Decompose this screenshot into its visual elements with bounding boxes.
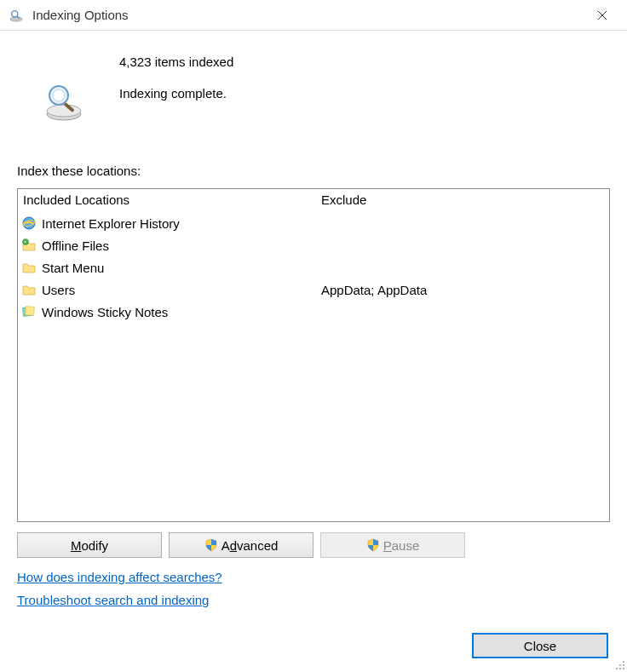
exclude-value (319, 301, 609, 323)
svg-point-15 (623, 661, 624, 663)
svg-point-18 (616, 668, 618, 669)
button-label: Modify (71, 538, 108, 553)
exclude-header: Exclude (319, 191, 609, 212)
sticky-notes-icon (21, 304, 37, 319)
included-locations-header: Included Locations (21, 191, 316, 212)
window-title: Indexing Options (32, 8, 583, 22)
exclude-value (319, 212, 609, 234)
svg-point-8 (53, 89, 65, 101)
uac-shield-icon (204, 538, 218, 552)
row-label: Offline Files (42, 238, 109, 253)
folder-icon (21, 260, 37, 275)
indexing-options-icon (9, 8, 24, 23)
folder-icon (21, 282, 37, 297)
table-row[interactable]: Start Menu (21, 256, 316, 279)
row-label: Windows Sticky Notes (42, 305, 168, 319)
table-row[interactable]: Offline Files (21, 234, 316, 256)
row-label: Users (42, 283, 75, 297)
table-row[interactable]: Internet Explorer History (21, 212, 316, 234)
exclude-value (319, 256, 609, 279)
row-label: Internet Explorer History (42, 216, 180, 231)
svg-point-6 (47, 105, 81, 117)
status-icon-column (43, 55, 119, 123)
svg-point-19 (619, 668, 621, 669)
indexing-status-label: Indexing complete. (119, 86, 233, 101)
troubleshoot-link[interactable]: Troubleshoot search and indexing (17, 593, 610, 607)
included-locations-column: Included Locations Internet Explorer His… (18, 189, 316, 521)
advanced-button[interactable]: Advanced (169, 532, 314, 558)
buttons-row: Modify Advanced Pause (17, 532, 610, 558)
resize-grip[interactable] (613, 658, 625, 670)
svg-point-0 (10, 16, 22, 20)
ie-icon (21, 215, 37, 231)
exclude-value (319, 234, 609, 256)
svg-rect-14 (26, 307, 35, 316)
status-text-column: 4,323 items indexed Indexing complete. (119, 55, 233, 101)
modify-button[interactable]: Modify (17, 532, 162, 558)
titlebar: Indexing Options (0, 0, 627, 31)
close-button[interactable]: Close (472, 633, 608, 658)
button-label: Advanced (221, 538, 279, 553)
window-close-button[interactable] (583, 1, 622, 30)
button-label: Pause (383, 538, 420, 553)
magnifier-drive-icon (43, 80, 85, 123)
svg-point-1 (12, 10, 18, 16)
pause-button: Pause (320, 532, 465, 558)
index-locations-label: Index these locations: (17, 164, 610, 178)
close-row: Close (472, 633, 608, 658)
help-links: How does indexing affect searches? Troub… (17, 570, 610, 607)
table-row[interactable]: Windows Sticky Notes (21, 301, 316, 323)
svg-point-16 (619, 664, 621, 666)
svg-point-20 (623, 668, 624, 669)
locations-listbox[interactable]: Included Locations Internet Explorer His… (17, 188, 610, 522)
how-does-indexing-link[interactable]: How does indexing affect searches? (17, 570, 610, 584)
offline-files-icon (21, 238, 37, 253)
exclude-column: Exclude AppData; AppData (316, 189, 609, 521)
uac-shield-icon (366, 538, 380, 552)
items-indexed-label: 4,323 items indexed (119, 55, 233, 69)
table-row[interactable]: Users (21, 279, 316, 301)
svg-point-17 (623, 664, 624, 666)
status-area: 4,323 items indexed Indexing complete. (17, 46, 610, 157)
exclude-value: AppData; AppData (319, 279, 609, 301)
row-label: Start Menu (42, 261, 104, 275)
content-area: 4,323 items indexed Indexing complete. I… (0, 31, 627, 631)
